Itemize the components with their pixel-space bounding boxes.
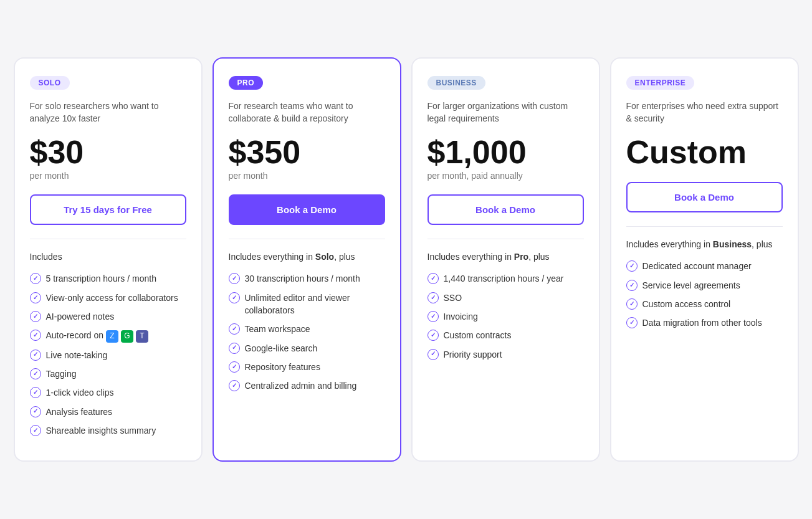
cta-button-business[interactable]: Book a Demo bbox=[427, 194, 584, 225]
badge-business: BUSINESS bbox=[427, 76, 485, 90]
check-icon bbox=[626, 280, 638, 291]
plan-card-pro: PROFor research teams who want to collab… bbox=[213, 57, 401, 462]
list-item: Team workspace bbox=[229, 323, 385, 335]
plan-desc-enterprise: For enterprises who need extra support &… bbox=[626, 100, 783, 125]
plan-period-pro: per month bbox=[229, 171, 385, 181]
list-item: Analysis features bbox=[30, 406, 186, 418]
plan-desc-solo: For solo researchers who want to analyze… bbox=[30, 100, 186, 125]
check-icon bbox=[30, 368, 41, 379]
feature-label: SSO bbox=[444, 292, 462, 304]
check-icon bbox=[229, 323, 240, 335]
list-item: Invoicing bbox=[427, 310, 584, 323]
cta-button-enterprise[interactable]: Book a Demo bbox=[626, 182, 783, 212]
plan-period-solo: per month bbox=[30, 171, 186, 181]
list-item: Centralized admin and billing bbox=[229, 379, 385, 392]
feature-label: 5 transcription hours / month bbox=[46, 272, 156, 285]
check-icon bbox=[427, 311, 439, 322]
cta-button-solo[interactable]: Try 15 days for Free bbox=[30, 194, 186, 225]
divider-enterprise bbox=[626, 226, 783, 227]
badge-solo: SOLO bbox=[30, 76, 70, 90]
feature-label: 1-click video clips bbox=[46, 386, 114, 399]
plan-price-business: $1,000 bbox=[427, 136, 584, 168]
plan-card-business: BUSINESSFor larger organizations with cu… bbox=[411, 57, 600, 462]
list-item: Service level agreements bbox=[626, 279, 783, 292]
check-icon bbox=[427, 349, 439, 360]
feature-label: Custom contracts bbox=[444, 329, 512, 341]
list-item: Priority support bbox=[427, 348, 584, 361]
feature-label: Repository features bbox=[245, 361, 320, 373]
plan-price-enterprise: Custom bbox=[626, 136, 783, 168]
feature-label: AI-powered notes bbox=[46, 310, 115, 323]
list-item: Live note-taking bbox=[30, 349, 186, 361]
list-item: Shareable insights summary bbox=[30, 424, 186, 437]
list-item: Custom access control bbox=[626, 298, 783, 310]
plan-desc-business: For larger organizations with custom leg… bbox=[427, 100, 584, 125]
feature-label: Tagging bbox=[46, 368, 77, 380]
check-icon bbox=[626, 260, 638, 272]
plan-desc-pro: For research teams who want to collabora… bbox=[229, 100, 385, 125]
check-icon bbox=[30, 311, 41, 322]
feature-label: Priority support bbox=[444, 348, 502, 361]
list-item: 1,440 transcription hours / year bbox=[427, 272, 584, 285]
check-icon bbox=[30, 425, 41, 436]
check-icon bbox=[30, 406, 41, 417]
zoom-icon: Z bbox=[106, 330, 118, 343]
feature-label: 1,440 transcription hours / year bbox=[444, 272, 564, 285]
list-item: Custom contracts bbox=[427, 329, 584, 341]
feature-label: View-only access for collaborators bbox=[46, 292, 178, 304]
feature-label: Invoicing bbox=[444, 310, 478, 323]
check-icon bbox=[626, 317, 638, 328]
list-item: AI-powered notes bbox=[30, 310, 186, 323]
feature-label: Custom access control bbox=[642, 298, 731, 310]
divider-solo bbox=[30, 239, 186, 239]
list-item: Unlimited editor and viewer collaborator… bbox=[229, 292, 385, 317]
features-list-business: 1,440 transcription hours / yearSSOInvoi… bbox=[427, 272, 584, 360]
check-icon bbox=[229, 361, 240, 373]
divider-pro bbox=[229, 239, 385, 239]
features-list-enterprise: Dedicated account managerService level a… bbox=[626, 260, 783, 329]
features-list-solo: 5 transcription hours / monthView-only a… bbox=[30, 272, 186, 437]
feature-label: Centralized admin and billing bbox=[245, 379, 357, 392]
list-item: Auto-record on ZGT bbox=[30, 329, 186, 342]
includes-text-enterprise: Includes everything in Business, plus bbox=[626, 238, 783, 251]
includes-text-solo: Includes bbox=[30, 250, 186, 264]
check-icon bbox=[30, 350, 41, 361]
plan-card-solo: SOLOFor solo researchers who want to ana… bbox=[14, 57, 203, 462]
check-icon bbox=[229, 292, 240, 303]
teams-icon: T bbox=[136, 330, 148, 343]
divider-business bbox=[427, 239, 584, 239]
list-item: 30 transcription hours / month bbox=[229, 272, 385, 285]
feature-label: Shareable insights summary bbox=[46, 424, 156, 437]
plan-period-business: per month, paid annually bbox=[427, 171, 584, 181]
plan-price-pro: $350 bbox=[229, 136, 385, 168]
feature-label: Service level agreements bbox=[642, 279, 740, 292]
check-icon bbox=[229, 343, 240, 354]
plan-card-enterprise: ENTERPRISEFor enterprises who need extra… bbox=[610, 57, 799, 462]
check-icon bbox=[30, 292, 41, 303]
feature-label: Team workspace bbox=[245, 323, 310, 335]
includes-text-pro: Includes everything in Solo, plus bbox=[229, 250, 385, 264]
feature-label: Data migration from other tools bbox=[642, 317, 762, 329]
includes-text-business: Includes everything in Pro, plus bbox=[427, 250, 584, 264]
feature-label: 30 transcription hours / month bbox=[245, 272, 360, 285]
badge-enterprise: ENTERPRISE bbox=[626, 76, 695, 90]
list-item: Dedicated account manager bbox=[626, 260, 783, 272]
list-item: 5 transcription hours / month bbox=[30, 272, 186, 285]
check-icon bbox=[229, 380, 240, 391]
feature-label: Live note-taking bbox=[46, 349, 108, 361]
pricing-grid: SOLOFor solo researchers who want to ana… bbox=[14, 57, 799, 462]
list-item: 1-click video clips bbox=[30, 386, 186, 399]
feature-label: Unlimited editor and viewer collaborator… bbox=[245, 292, 385, 317]
check-icon bbox=[626, 298, 638, 310]
meet-icon: G bbox=[121, 330, 133, 343]
feature-label: Auto-record on ZGT bbox=[46, 329, 149, 342]
cta-button-pro[interactable]: Book a Demo bbox=[229, 194, 385, 225]
list-item: Tagging bbox=[30, 368, 186, 380]
feature-label: Dedicated account manager bbox=[642, 260, 752, 272]
list-item: Google-like search bbox=[229, 342, 385, 355]
feature-label: Google-like search bbox=[245, 342, 318, 355]
check-icon bbox=[30, 330, 41, 341]
check-icon bbox=[427, 273, 439, 284]
check-icon bbox=[427, 330, 439, 341]
list-item: SSO bbox=[427, 292, 584, 304]
